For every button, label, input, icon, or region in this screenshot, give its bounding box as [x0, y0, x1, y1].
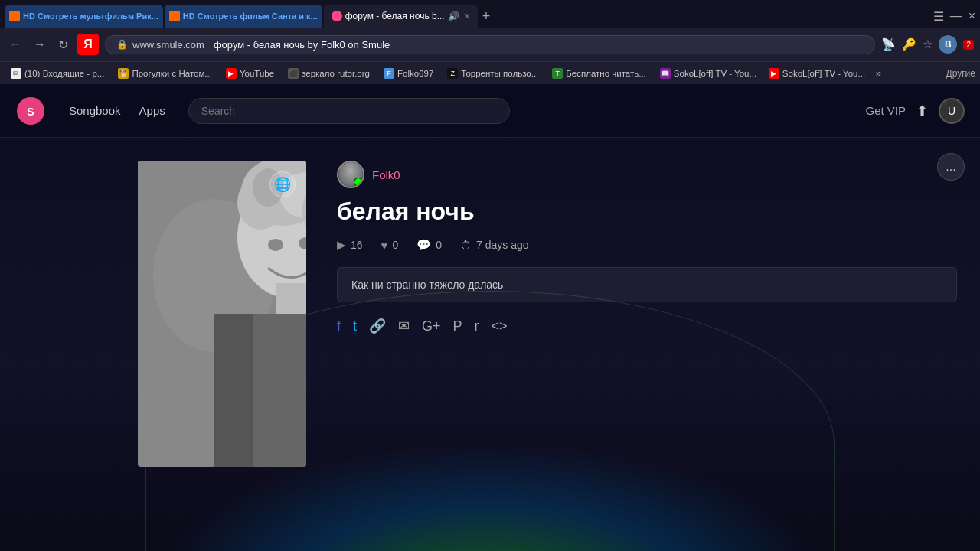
left-panel: 🌐: [0, 138, 322, 551]
heart-icon: ♥: [381, 239, 388, 252]
page-content: S Songbook Apps Get VIP ⬆ U ...: [0, 84, 980, 551]
bookmark-torrent[interactable]: T Бесплатно читать...: [546, 67, 652, 80]
vk-icon[interactable]: В: [939, 35, 957, 54]
share-embed-button[interactable]: <>: [492, 318, 508, 334]
smule-search[interactable]: [188, 98, 510, 124]
tab-label-3: форум - белая ночь b...: [345, 11, 445, 21]
bookmark-folko[interactable]: F Folko697: [377, 67, 439, 80]
song-image: [138, 161, 306, 467]
song-description: Как ни странно тяжело далась: [337, 267, 957, 302]
address-bar-right: 📡 🔑 ☆ В 2: [881, 35, 974, 54]
bookmark-favicon-folko: F: [384, 68, 394, 79]
search-input[interactable]: [188, 98, 510, 124]
bookmark-read[interactable]: 📖 SokoL[off] TV - You...: [654, 67, 761, 80]
share-facebook-button[interactable]: f: [337, 318, 341, 334]
tab-3[interactable]: форум - белая ночь b... 🔊 ×: [324, 5, 478, 28]
user-avatar-header[interactable]: U: [939, 98, 965, 124]
right-panel: Folk0 белая ночь ▶ 16 ♥ 0 💬 0 ⏱ 7: [322, 138, 980, 551]
song-user: Folk0: [337, 161, 957, 188]
bookmark-favicon-mail: ✉: [11, 68, 21, 79]
tab-favicon-2: [169, 11, 180, 21]
browser-chrome: HD Смотреть мультфильм Рик... HD Смотрет…: [0, 0, 980, 84]
share-gplus-button[interactable]: G+: [422, 318, 441, 334]
smule-logo[interactable]: S: [15, 96, 46, 126]
minimize-icon[interactable]: —: [950, 9, 962, 23]
header-right: Get VIP ⬆ U: [865, 98, 965, 124]
svg-rect-15: [253, 314, 306, 467]
tab-1[interactable]: HD Смотреть мультфильм Рик...: [5, 5, 163, 28]
share-pinterest-button[interactable]: P: [453, 318, 462, 334]
menu-icon[interactable]: ☰: [933, 9, 944, 24]
svg-text:S: S: [27, 106, 34, 118]
share-link-button[interactable]: 🔗: [369, 318, 386, 334]
globe-icon: 🌐: [274, 176, 291, 193]
bookmark-label-folko: Folko697: [397, 69, 433, 78]
comment-icon: 💬: [416, 238, 431, 252]
bookmark-zag[interactable]: Z Торренты пользо...: [441, 67, 544, 80]
bookmark-mail[interactable]: ✉ (10) Входящие - р...: [5, 67, 110, 80]
tab-favicon-1: [9, 11, 20, 21]
get-vip-button[interactable]: Get VIP: [865, 104, 906, 117]
bookmark-label-torrent: Бесплатно читать...: [566, 69, 646, 78]
bookmark-label-mirror: зеркало rutor.org: [302, 69, 370, 78]
bookmark-label-yt: YouTube: [240, 69, 274, 78]
bookmark-sokol[interactable]: ▶ SokoL[off] TV - You...: [763, 67, 870, 80]
play-icon: ▶: [337, 238, 346, 252]
refresh-button[interactable]: ↻: [55, 36, 71, 54]
url-bar[interactable]: 🔒 www.smule.com форум - белая ночь by Fo…: [105, 35, 875, 54]
tab-label-2: HD Смотреть фильм Санта и к...: [183, 11, 318, 21]
tab-favicon-3: [332, 11, 342, 21]
url-path: форум - белая ночь by Folk0 on Smule: [214, 39, 390, 51]
back-button[interactable]: ←: [6, 36, 24, 53]
upload-icon[interactable]: ⬆: [916, 103, 928, 119]
star-icon[interactable]: ☆: [923, 37, 933, 51]
play-stat: ▶ 16: [337, 238, 363, 252]
song-title: белая ночь: [337, 197, 957, 226]
share-bar: f t 🔗 ✉ G+ P r <>: [337, 318, 957, 334]
like-stat[interactable]: ♥ 0: [381, 239, 399, 252]
bookmark-favicon-mirror: ⬛: [288, 68, 299, 79]
share-email-button[interactable]: ✉: [398, 318, 410, 334]
svg-point-11: [268, 239, 283, 251]
bookmarks-more-button[interactable]: »: [871, 66, 886, 80]
clock-icon: ⏱: [460, 239, 472, 252]
bookmark-label-sokol-txt: SokoL[off] TV - You...: [782, 69, 865, 78]
lock-icon: 🔒: [116, 39, 128, 50]
bookmark-mirror[interactable]: ⬛ зеркало rutor.org: [282, 67, 376, 80]
new-tab-button[interactable]: +: [482, 8, 491, 24]
counter-badge: 2: [963, 40, 974, 50]
bookmark-label-zag: Торренты пользо...: [461, 69, 538, 78]
bookmark-walks[interactable]: 🐕 Прогулки с Натом...: [112, 67, 218, 80]
nav-apps[interactable]: Apps: [139, 104, 165, 117]
user-online-badge: [354, 178, 363, 187]
tab-2[interactable]: HD Смотреть фильм Санта и к...: [165, 5, 322, 28]
globe-button[interactable]: 🌐: [270, 171, 296, 197]
tab-close-button[interactable]: ×: [464, 11, 470, 21]
forward-button[interactable]: →: [31, 36, 49, 53]
share-reddit-button[interactable]: r: [475, 318, 479, 334]
bookmark-label-mail: (10) Входящие - р...: [24, 69, 104, 78]
username[interactable]: Folk0: [372, 168, 400, 181]
song-image-container: 🌐: [138, 161, 306, 467]
bookmark-favicon-zag: Z: [447, 68, 458, 79]
nav-songbook[interactable]: Songbook: [69, 104, 121, 117]
main-content: ...: [0, 138, 980, 551]
yandex-logo: Я: [77, 34, 99, 55]
bookmark-youtube[interactable]: ▶ YouTube: [220, 67, 280, 80]
bookmark-favicon-torrent: T: [552, 68, 563, 79]
extensions-icon: 🔑: [902, 37, 916, 51]
address-bar: ← → ↻ Я 🔒 www.smule.com форум - белая но…: [0, 28, 980, 61]
sound-icon: 🔊: [448, 11, 459, 21]
svg-rect-13: [276, 283, 306, 314]
rss-icon: 📡: [881, 37, 896, 51]
user-avatar[interactable]: [337, 161, 364, 188]
play-count: 16: [351, 239, 363, 251]
bookmark-favicon-read: 📖: [660, 68, 671, 79]
close-browser-icon[interactable]: ×: [969, 9, 975, 23]
share-twitter-button[interactable]: t: [353, 318, 357, 334]
bookmarks-bar: ✉ (10) Входящие - р... 🐕 Прогулки с Нато…: [0, 61, 980, 84]
bookmark-label-walks: Прогулки с Натом...: [132, 69, 212, 78]
comment-stat[interactable]: 💬 0: [416, 238, 442, 252]
time-stat: ⏱ 7 days ago: [460, 239, 529, 252]
bookmarks-other-label[interactable]: Другие: [946, 68, 975, 79]
